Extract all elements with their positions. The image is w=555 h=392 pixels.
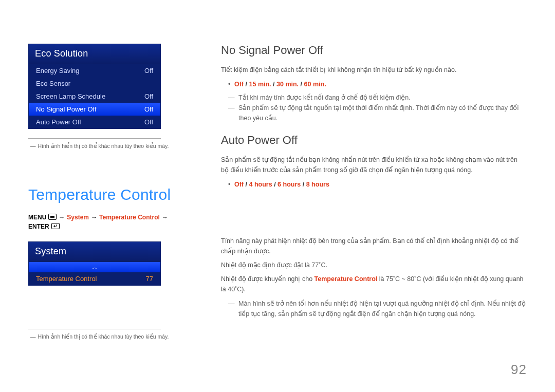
osd-value: Off (144, 92, 153, 100)
option: Off (234, 81, 244, 88)
osd-row-temperature-control: Temperature Control 77 (29, 272, 160, 285)
chevron-up-icon: ︿ (29, 262, 160, 272)
paragraph: Nhiệt độ được khuyến nghị cho Temperatur… (221, 274, 527, 294)
arrow-icon: → (59, 214, 65, 221)
options-list-no-signal: Off / 15 min. / 30 min. / 60 min. (228, 79, 527, 89)
osd-eco-solution-panel: Eco Solution Energy Saving Off Eco Senso… (28, 44, 161, 129)
option: 60 min. (304, 81, 326, 88)
arrow-icon: → (91, 214, 97, 221)
osd-value: Off (144, 118, 153, 126)
options-line: Off / 15 min. / 30 min. / 60 min. (228, 79, 527, 89)
heading-auto-power-off: Auto Power Off (221, 134, 527, 147)
options-list-auto-power-off: Off / 4 hours / 6 hours / 8 hours (228, 179, 527, 190)
paragraph: Sản phẩm sẽ tự động tắt nếu bạn không nh… (221, 155, 527, 175)
osd-row-screen-lamp-schedule: Screen Lamp Schedule Off (29, 90, 160, 103)
option: 6 hours (278, 181, 301, 188)
menu-breadcrumb: MENU → System → Temperature Control → EN… (28, 214, 182, 230)
page-number: 92 (511, 362, 527, 378)
paragraph: Nhiệt độ mặc định được đặt là 77˚C. (221, 260, 527, 270)
caption-text: Hình ảnh hiển thị có thể khác nhau tùy t… (38, 143, 169, 149)
enter-icon (51, 223, 60, 229)
osd-label: No Signal Power Off (36, 105, 97, 113)
osd-system-title: System (29, 242, 160, 262)
osd-label: Temperature Control (36, 275, 97, 283)
arrow-icon: → (162, 214, 168, 221)
osd-value: Off (144, 105, 153, 113)
option: 15 min. (249, 81, 271, 88)
breadcrumb-enter: ENTER (28, 223, 49, 230)
heading-no-signal-power-off: No Signal Power Off (221, 44, 527, 57)
option: 8 hours (306, 181, 329, 188)
osd-eco-title: Eco Solution (29, 44, 160, 64)
caption-text: Hình ảnh hiển thị có thể khác nhau tùy t… (38, 333, 169, 340)
breadcrumb-menu: MENU (28, 214, 46, 221)
osd-row-energy-saving: Energy Saving Off (29, 64, 160, 77)
option: 4 hours (249, 181, 272, 188)
osd-value: 77 (146, 275, 153, 283)
osd-row-auto-power-off: Auto Power Off Off (29, 116, 160, 128)
osd-row-no-signal-power-off: No Signal Power Off Off (29, 103, 160, 116)
osd-value: Off (144, 67, 153, 74)
osd-system-panel: System ︿ Temperature Control 77 (28, 241, 161, 286)
osd-eco-caption: ― Hình ảnh hiển thị có thể khác nhau tùy… (28, 143, 182, 149)
term-temperature-control: Temperature Control (314, 275, 378, 283)
divider (28, 329, 161, 329)
menu-icon (48, 214, 57, 220)
dash-icon: ― (30, 143, 36, 149)
notes-list: Tắt khi máy tính được kết nối đang ở chế… (228, 92, 527, 123)
options-line: Off / 4 hours / 6 hours / 8 hours (228, 179, 527, 190)
option: 30 min. (276, 81, 299, 88)
osd-label: Screen Lamp Schedule (36, 92, 105, 100)
dash-icon: ― (30, 333, 36, 340)
notes-list: Màn hình sẽ trở nên tối hơn nếu nhiệt độ… (228, 298, 527, 319)
paragraph: Tiết kiệm điện bằng cách tắt thiết bị kh… (221, 65, 527, 75)
note-item: Màn hình sẽ trở nên tối hơn nếu nhiệt độ… (228, 298, 527, 319)
osd-label: Eco Sensor (36, 80, 70, 87)
osd-system-caption: ― Hình ảnh hiển thị có thể khác nhau tùy… (28, 333, 182, 340)
note-item: Sản phẩm sẽ tự động tắt nguồn tại một th… (228, 103, 527, 123)
section-heading-temperature-control: Temperature Control (28, 186, 182, 203)
breadcrumb-system: System (67, 214, 89, 221)
osd-row-eco-sensor: Eco Sensor (29, 77, 160, 90)
breadcrumb-temperature-control: Temperature Control (99, 214, 160, 221)
note-item: Tắt khi máy tính được kết nối đang ở chế… (228, 92, 527, 103)
option: Off (234, 181, 244, 188)
paragraph: Tính năng này phát hiện nhiệt độ bên tro… (221, 236, 527, 256)
osd-label: Auto Power Off (36, 118, 81, 126)
divider (28, 138, 161, 139)
osd-label: Energy Saving (36, 67, 80, 74)
